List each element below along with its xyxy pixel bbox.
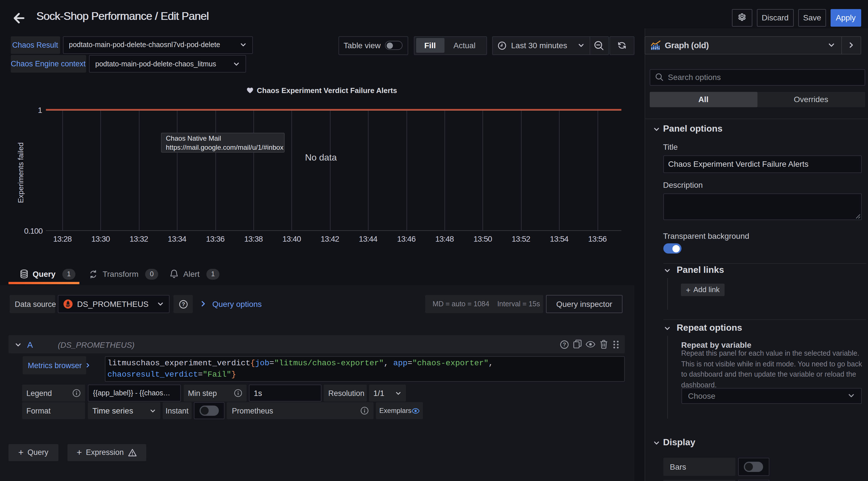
svg-text:?: ?: [181, 301, 185, 307]
svg-text:?: ?: [563, 341, 566, 347]
